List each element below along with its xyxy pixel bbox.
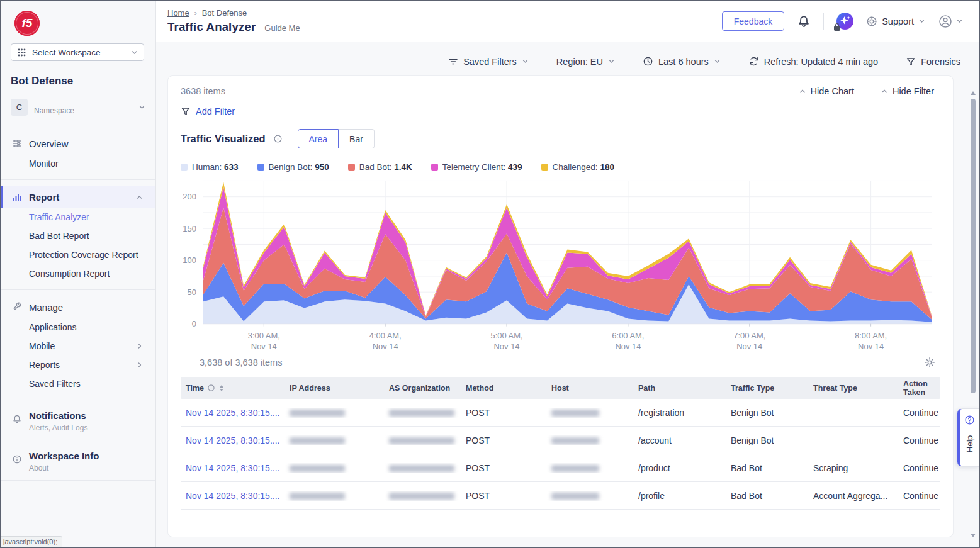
legend-item[interactable]: Bad Bot: 1.4K (348, 162, 412, 172)
svg-text:150: 150 (183, 224, 196, 233)
sort-icon[interactable] (220, 385, 223, 391)
namespace-avatar: C (11, 99, 28, 116)
notifications-bell-icon[interactable] (797, 14, 811, 28)
vertical-scrollbar[interactable] (969, 90, 977, 539)
hide-chart-toggle[interactable]: Hide Chart (799, 86, 854, 96)
refresh-button[interactable]: Refresh: Updated 4 min ago (748, 56, 878, 67)
sidebar-item-saved-filters[interactable]: Saved Filters (1, 374, 155, 393)
bar-view-button[interactable]: Bar (339, 129, 375, 148)
breadcrumb-home-link[interactable]: Home (167, 8, 189, 18)
time-range-dropdown[interactable]: Last 6 hours (643, 56, 721, 67)
table-row[interactable]: Nov 14 2025, 8:30:15.... POST /product B… (181, 454, 940, 482)
refresh-icon (748, 56, 759, 67)
help-tab[interactable]: Help (957, 408, 979, 467)
scroll-down-arrow-icon[interactable] (971, 534, 976, 537)
legend-label: Benign Bot: 950 (269, 162, 329, 172)
column-header-traffic-type[interactable]: Traffic Type (726, 384, 808, 393)
add-filter-button[interactable]: Add Filter (181, 106, 235, 116)
scrollbar-thumb[interactable] (971, 99, 976, 393)
chart-title[interactable]: Traffic Visualized (181, 133, 266, 145)
legend-swatch (431, 164, 438, 171)
legend-item[interactable]: Benign Bot: 950 (257, 162, 329, 172)
column-header-action-taken[interactable]: Action Taken (898, 379, 940, 397)
divider (1, 179, 155, 180)
hide-filter-toggle[interactable]: Hide Filter (881, 86, 934, 96)
table-row[interactable]: Nov 14 2025, 8:30:15.... POST /account B… (181, 427, 940, 454)
path-cell: /registration (633, 408, 726, 418)
action-taken-cell: Continue (898, 491, 940, 501)
chevron-up-icon (136, 194, 143, 201)
sidebar-item-workspace-info[interactable]: Workspace Info About (1, 447, 155, 474)
area-view-button[interactable]: Area (298, 129, 339, 148)
sidebar-item-report[interactable]: Report (1, 186, 155, 208)
legend-item[interactable]: Telemetry Client: 439 (431, 162, 522, 172)
workspace-selector[interactable]: Select Workspace (11, 43, 144, 61)
redacted-ip (290, 493, 345, 500)
sidebar-item-manage[interactable]: Manage (1, 296, 155, 318)
redacted-as-organization (389, 437, 454, 444)
table-row[interactable]: Nov 14 2025, 8:30:15.... POST /profile B… (181, 482, 940, 510)
info-icon (207, 384, 215, 392)
sidebar-item-mobile[interactable]: Mobile (1, 337, 155, 355)
time-cell-link[interactable]: Nov 14 2025, 8:30:15.... (186, 435, 279, 445)
items-count: 3638 items (181, 86, 225, 96)
ip-cell (284, 491, 384, 501)
ai-assistant-icon[interactable] (836, 13, 853, 30)
sidebar-item-sublabel: About (29, 464, 99, 473)
redacted-host (551, 410, 599, 417)
chevron-down-icon (918, 18, 925, 25)
svg-text:Nov 14: Nov 14 (736, 342, 762, 351)
column-header-ip[interactable]: IP Address (284, 384, 384, 393)
f5-logo: f5 (14, 11, 40, 36)
sidebar-item-monitor[interactable]: Monitor (1, 154, 155, 173)
table-row[interactable]: Nov 14 2025, 8:30:15.... POST /registrat… (181, 399, 940, 427)
svg-text:Nov 14: Nov 14 (251, 342, 277, 351)
sidebar-item-consumption-report[interactable]: Consumption Report (1, 264, 155, 283)
column-header-path[interactable]: Path (633, 384, 726, 393)
time-cell-link[interactable]: Nov 14 2025, 8:30:15.... (186, 463, 279, 473)
saved-filters-dropdown[interactable]: Saved Filters (448, 57, 529, 67)
workspace-selector-label: Select Workspace (32, 48, 125, 57)
content-card: 3638 items Hide Chart Hide Filter Add Fi… (167, 75, 954, 537)
sidebar-item-notifications[interactable]: Notifications Alerts, Audit Logs (1, 406, 155, 433)
redacted-ip (290, 410, 345, 417)
time-range-label: Last 6 hours (658, 57, 709, 67)
column-header-threat-type[interactable]: Threat Type (808, 384, 898, 393)
sidebar-item-overview[interactable]: Overview (1, 133, 155, 154)
namespace-selector[interactable]: C Namespace (11, 99, 145, 125)
feedback-button[interactable]: Feedback (722, 11, 784, 31)
sidebar-item-bad-bot-report[interactable]: Bad Bot Report (1, 226, 155, 245)
forensics-button[interactable]: Forensics (906, 57, 960, 67)
guide-me-link[interactable]: Guide Me (264, 23, 300, 33)
host-cell (546, 463, 633, 473)
account-menu[interactable] (938, 14, 963, 29)
table-settings-gear-icon[interactable] (924, 357, 935, 368)
time-cell-link[interactable]: Nov 14 2025, 8:30:15.... (186, 491, 279, 501)
svg-text:100: 100 (183, 255, 196, 265)
svg-text:3:00 AM,: 3:00 AM, (248, 331, 280, 340)
legend-item[interactable]: Human: 633 (181, 162, 239, 172)
sidebar-item-traffic-analyzer[interactable]: Traffic Analyzer (1, 208, 155, 226)
column-header-host[interactable]: Host (546, 384, 633, 393)
info-icon (12, 452, 22, 464)
time-cell-link[interactable]: Nov 14 2025, 8:30:15.... (186, 408, 279, 418)
sidebar-item-reports[interactable]: Reports (1, 355, 155, 374)
traffic-table: Time IP Address AS Organization Method H… (181, 377, 940, 510)
column-header-time[interactable]: Time (181, 384, 284, 393)
scroll-up-arrow-icon[interactable] (971, 91, 976, 95)
action-taken-cell: Continue (898, 463, 940, 473)
support-menu[interactable]: Support (866, 16, 925, 27)
legend-item[interactable]: Challenged: 180 (541, 162, 614, 172)
legend-label: Telemetry Client: 439 (442, 162, 522, 172)
help-tab-label: Help (965, 435, 974, 453)
legend-swatch (181, 164, 188, 171)
column-header-as-organization[interactable]: AS Organization (384, 384, 461, 393)
region-dropdown[interactable]: Region: EU (556, 57, 615, 67)
column-header-method[interactable]: Method (461, 384, 546, 393)
legend-swatch (348, 164, 355, 171)
method-cell: POST (461, 408, 546, 418)
svg-text:Nov 14: Nov 14 (858, 342, 884, 351)
sidebar-item-protection-coverage-report[interactable]: Protection Coverage Report (1, 245, 155, 264)
sidebar-item-applications[interactable]: Applications (1, 318, 155, 337)
chevron-down-icon (138, 104, 145, 111)
